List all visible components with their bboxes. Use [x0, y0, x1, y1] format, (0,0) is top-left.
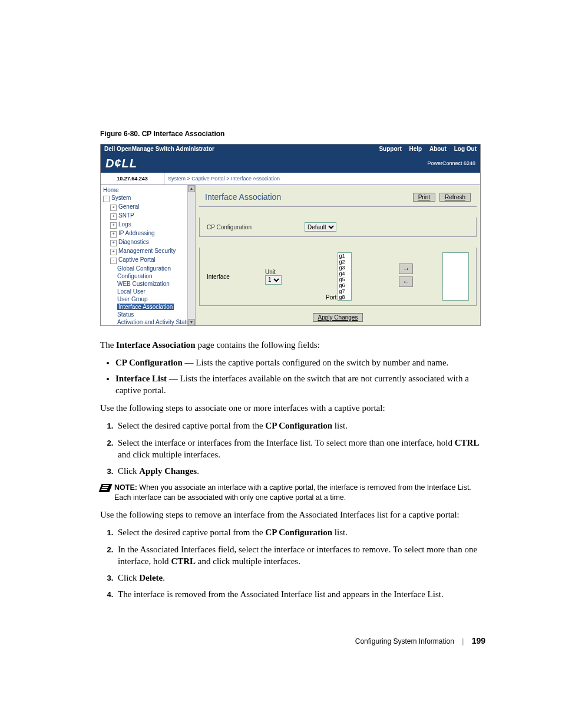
figure-caption: Figure 6-80. CP Interface Association — [100, 130, 485, 138]
field-bullet: CP Configuration — Lists the captive por… — [115, 357, 485, 368]
port-option[interactable]: g2 — [338, 259, 351, 265]
nav-item[interactable]: +General — [103, 203, 195, 212]
refresh-button[interactable]: Refresh — [439, 193, 471, 202]
nav-item[interactable]: Global Configuration — [103, 265, 195, 272]
nav-item[interactable]: User Group — [103, 295, 195, 303]
remove-step: In the Associated Interfaces field, sele… — [115, 543, 485, 568]
intro-paragraph: The Interface Association page contains … — [100, 339, 485, 351]
link-help[interactable]: Help — [409, 146, 422, 152]
port-option[interactable]: g4 — [338, 271, 351, 276]
print-button[interactable]: Print — [413, 193, 436, 202]
content-area: Interface Association Print Refresh CP C… — [196, 185, 480, 326]
footer-page-number: 199 — [472, 636, 485, 645]
nav-item[interactable]: Home — [103, 186, 195, 194]
crumb-0[interactable]: System — [168, 176, 186, 182]
link-logout[interactable]: Log Out — [454, 146, 477, 152]
cp-config-select[interactable]: Default — [305, 222, 336, 232]
note-label: NOTE: — [114, 483, 137, 492]
dell-logo: D¢LL — [105, 157, 137, 170]
remove-steps-list: Select the desired captive portal from t… — [115, 526, 485, 600]
nav-item[interactable]: -Captive Portal — [103, 256, 195, 265]
port-option[interactable]: g5 — [338, 276, 351, 282]
assoc-steps-list: Select the desired captive portal from t… — [115, 420, 485, 477]
remove-lead: Use the following steps to remove an int… — [100, 509, 485, 521]
nav-item[interactable]: Configuration — [103, 272, 195, 280]
cp-config-label: CP Configuration — [207, 224, 252, 230]
breadcrumb: System > Captive Portal > Interface Asso… — [164, 173, 480, 185]
crumb-1[interactable]: Captive Portal — [191, 176, 225, 182]
scroll-up-icon[interactable]: ▴ — [188, 185, 195, 192]
nav-item[interactable]: +Management Security — [103, 247, 195, 256]
move-left-button[interactable]: ← — [399, 276, 413, 287]
cp-config-block: CP Configuration Default — [199, 218, 477, 237]
nav-item[interactable]: -System — [103, 194, 195, 203]
assoc-step: Click Apply Changes. — [115, 465, 485, 477]
remove-step: Select the desired captive portal from t… — [115, 526, 485, 538]
footer-section: Configuring System Information — [355, 637, 454, 645]
port-option[interactable]: g1 — [338, 253, 351, 259]
assoc-step: Select the interface or interfaces from … — [115, 437, 485, 461]
unit-label: Unit — [265, 269, 276, 275]
field-bullet: Interface List — Lists the interfaces av… — [115, 373, 485, 397]
nav-item[interactable]: Activation and Activity Status — [103, 318, 195, 326]
link-about[interactable]: About — [429, 146, 447, 152]
window-titlebar: Dell OpenManage Switch Administrator Sup… — [101, 144, 480, 154]
nav-item[interactable]: Status — [103, 311, 195, 318]
breadcrumb-row: 10.27.64.243 System > Captive Portal > I… — [101, 173, 480, 185]
apply-changes-button[interactable]: Apply Changes — [313, 313, 363, 322]
screenshot-panel: Dell OpenManage Switch Administrator Sup… — [100, 144, 481, 326]
remove-step: The interface is removed from the Associ… — [115, 588, 485, 600]
nav-item[interactable]: Local User — [103, 288, 195, 295]
unit-select[interactable]: 1 — [265, 275, 282, 285]
title-links: Support Help About Log Out — [373, 144, 477, 154]
nav-item[interactable]: WEB Customization — [103, 280, 195, 288]
port-option[interactable]: g7 — [338, 288, 351, 294]
associated-listbox[interactable] — [442, 252, 469, 301]
ip-address: 10.27.64.243 — [101, 173, 164, 185]
interface-block: Interface Unit 1 Port g1g2g3g4g5g6g7g8 →… — [199, 248, 477, 306]
document-body: The Interface Association page contains … — [100, 339, 485, 601]
model-label: PowerConnect 6248 — [427, 160, 475, 166]
window-title: Dell OpenManage Switch Administrator — [104, 144, 214, 154]
page-footer: Configuring System Information | 199 — [100, 636, 485, 645]
nav-item[interactable]: +IP Addressing — [103, 229, 195, 238]
interface-label: Interface — [207, 274, 230, 280]
port-listbox[interactable]: g1g2g3g4g5g6g7g8 — [338, 252, 352, 301]
scroll-down-icon[interactable]: ▾ — [188, 319, 195, 326]
port-option[interactable]: g3 — [338, 265, 351, 271]
nav-tree[interactable]: Home-System+General+SNTP+Logs+IP Address… — [101, 185, 196, 326]
nav-item[interactable]: +Diagnostics — [103, 238, 195, 247]
brand-bar: D¢LL PowerConnect 6248 — [101, 154, 480, 173]
remove-step: Click Delete. — [115, 572, 485, 584]
move-right-button[interactable]: → — [399, 263, 413, 274]
note-text: When you associate an interface with a c… — [114, 483, 471, 502]
panel-title: Interface Association — [205, 192, 281, 202]
crumb-2: Interface Association — [231, 176, 280, 182]
link-support[interactable]: Support — [379, 146, 401, 152]
port-label: Port — [326, 294, 336, 301]
nav-item[interactable]: +Logs — [103, 220, 195, 229]
note-icon — [98, 484, 112, 492]
note-block: NOTE: When you associate an interface wi… — [100, 483, 485, 503]
assoc-step: Select the desired captive portal from t… — [115, 420, 485, 431]
assoc-lead: Use the following steps to associate one… — [100, 402, 485, 414]
port-option[interactable]: g6 — [338, 282, 351, 288]
nav-item[interactable]: Interface Association — [103, 303, 195, 311]
field-bullet-list: CP Configuration — Lists the captive por… — [115, 357, 485, 396]
nav-item[interactable]: +SNTP — [103, 212, 195, 220]
nav-scrollbar[interactable]: ▴ ▾ — [187, 185, 195, 326]
port-option[interactable]: g8 — [338, 294, 351, 300]
